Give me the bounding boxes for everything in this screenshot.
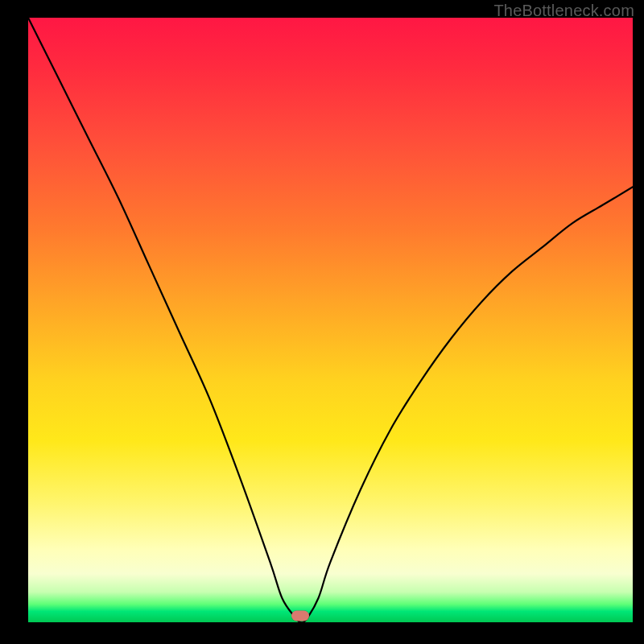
min-bottleneck-marker [291, 611, 309, 621]
bottleneck-curve [28, 18, 633, 622]
chart-frame: TheBottleneck.com [0, 0, 644, 644]
plot-area [28, 18, 633, 622]
watermark-text: TheBottleneck.com [493, 2, 634, 20]
